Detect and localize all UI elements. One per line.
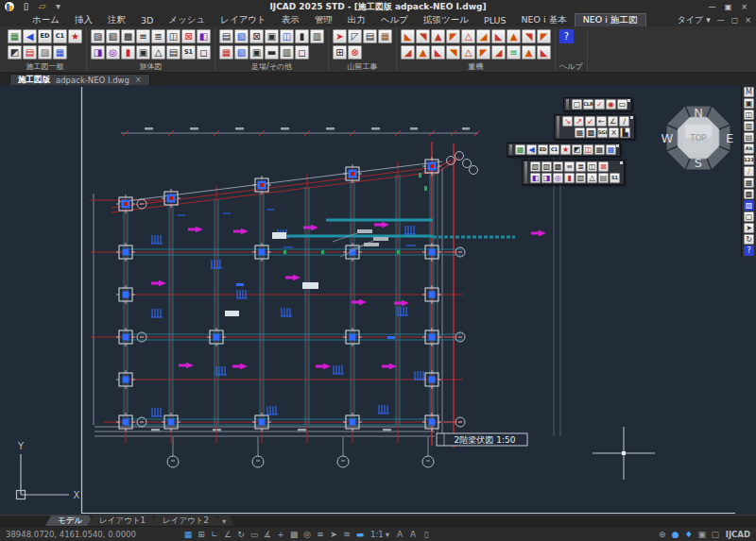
select-icon[interactable]: ➤ <box>744 223 754 233</box>
annotation-visibility-icon[interactable]: A <box>393 528 406 540</box>
doc-restore-button[interactable]: ▢ <box>731 16 739 25</box>
drawing-canvas[interactable]: 2階梁伏図 1:50 TOP N S W E <box>0 85 756 515</box>
viewcube[interactable]: TOP N S W E <box>662 106 734 170</box>
hsteel-icon[interactable]: ⊞ <box>333 45 347 59</box>
marker-icon[interactable]: + <box>274 528 287 540</box>
floating-toolbar-measure[interactable]: ↘↗↙←∠∕▦▩SGI×▙ <box>554 114 635 140</box>
beam-c-icon[interactable]: ◫ <box>587 161 597 172</box>
scaffold3-icon[interactable]: ⊠ <box>249 29 264 43</box>
col-a-icon[interactable]: ◧ <box>530 173 541 183</box>
select-arrow-icon[interactable]: ➤ <box>327 528 340 540</box>
beam-a-icon[interactable]: ≡ <box>564 161 575 172</box>
crane10-icon[interactable]: ◤ <box>537 29 551 43</box>
box-icon[interactable]: ◻ <box>197 45 211 59</box>
toolbar-grip[interactable] <box>566 99 569 110</box>
beam1-icon[interactable]: ≡ <box>136 29 150 43</box>
bar-icon[interactable]: ▬ <box>265 45 279 59</box>
ribbon-tab-9[interactable]: 出力 <box>340 13 373 26</box>
angle-icon[interactable]: ∠ <box>608 116 618 127</box>
clean-screen-icon[interactable]: ▢ <box>709 528 722 540</box>
col-d-icon[interactable]: ▮ <box>564 173 575 183</box>
delete-icon[interactable]: ⊠ <box>598 161 609 172</box>
ribbon-tab-14[interactable]: NEO i 施工図 <box>575 13 646 26</box>
layout-tab-overflow[interactable]: ▾ <box>214 516 234 526</box>
truck2-icon[interactable]: ▲ <box>416 45 430 59</box>
col5-icon[interactable]: ▣ <box>136 45 150 59</box>
ed-icon[interactable]: ED <box>38 29 52 43</box>
grid-green-icon[interactable]: ▦ <box>515 144 525 155</box>
grid2-icon[interactable]: ▩ <box>586 127 596 138</box>
document-tab[interactable]: 施工図版 adpack-NEO I.dwg × <box>9 74 150 85</box>
grid-blue-icon[interactable]: ▦ <box>606 144 616 155</box>
corner-icon[interactable]: ◩ <box>572 144 582 155</box>
ortho-icon[interactable]: ∟ <box>208 528 221 540</box>
truck9-icon[interactable]: ◣ <box>537 45 551 59</box>
hatch-icon[interactable]: ▩ <box>287 528 301 540</box>
tri-icon[interactable]: △ <box>587 173 597 183</box>
toolbar-grip[interactable] <box>557 116 559 138</box>
timber-icon[interactable]: ▦ <box>378 29 392 43</box>
blank-icon[interactable]: ▢ <box>744 211 754 222</box>
ribbon-tab-1[interactable]: ホーム <box>25 13 67 26</box>
hatch2-icon[interactable]: ▧ <box>106 29 120 43</box>
floating-toolbar-general[interactable]: ▦◀EDC1★◩◫▦▦ <box>507 143 621 157</box>
document-tab-close-icon[interactable]: × <box>135 76 142 84</box>
crane3-icon[interactable]: ▲ <box>431 29 445 43</box>
c1-icon[interactable]: C1 <box>53 29 67 43</box>
chart-icon[interactable]: ▨ <box>744 200 754 211</box>
monitor-icon[interactable]: ▭ <box>617 99 627 110</box>
otrack-icon[interactable]: ↻ <box>234 528 248 540</box>
grid1-icon[interactable]: ▦ <box>575 127 585 138</box>
unlock-icon[interactable]: ● <box>669 528 682 540</box>
scaffold1-icon[interactable]: ▤ <box>219 29 233 43</box>
hatch1-icon[interactable]: ▨ <box>91 29 105 43</box>
col-c-icon[interactable]: ◎ <box>553 173 563 183</box>
grid-icon[interactable]: ⊞ <box>195 528 208 540</box>
bulb-icon[interactable]: ♦ <box>682 528 696 540</box>
ribbon-tab-8[interactable]: 管理 <box>307 13 340 26</box>
panel-icon[interactable]: ▣ <box>249 45 264 59</box>
grid-blue-icon[interactable]: ▦ <box>53 45 67 59</box>
sheet-icon[interactable]: ▢ <box>572 99 582 110</box>
floating-toolbar-annotation[interactable]: ▢CLR✓◉▭ <box>563 97 632 111</box>
mesh-icon[interactable]: ▦ <box>594 144 605 155</box>
wall-icon[interactable]: ▤ <box>363 29 377 43</box>
plan-grid-icon[interactable]: ▦ <box>8 29 22 43</box>
cross-icon[interactable]: × <box>609 127 619 138</box>
corner-icon[interactable]: ◩ <box>8 45 22 59</box>
mesh-icon[interactable]: ▦ <box>219 45 233 59</box>
ribbon-tab-3[interactable]: 注釈 <box>100 13 133 26</box>
numbers-icon[interactable]: 123 <box>744 155 754 165</box>
floating-toolbar-structure[interactable]: ▨▧▩≡≣◫⊠◧◨◎▮▧△▤S1 <box>522 160 625 185</box>
hatch-c-icon[interactable]: ▩ <box>553 161 563 172</box>
ribbon-tab-13[interactable]: NEO i 基本 <box>514 13 575 26</box>
lineweight-icon[interactable]: ≡ <box>314 528 327 540</box>
text-ab-icon[interactable]: Ab <box>744 144 754 154</box>
list-icon[interactable]: ▤ <box>598 173 609 183</box>
cycle-icon[interactable]: ◎ <box>301 528 314 540</box>
brace-icon[interactable]: ◸ <box>348 29 362 43</box>
layout-icon[interactable]: ▣ <box>744 98 754 109</box>
truck3-icon[interactable]: ◣ <box>431 45 445 59</box>
truck6-icon[interactable]: ◤ <box>476 45 490 59</box>
col4-icon[interactable]: ▮ <box>121 45 135 59</box>
arrow-ne-icon[interactable]: ↗ <box>574 116 584 127</box>
scaffold2-icon[interactable]: ▧ <box>234 29 249 43</box>
sgi-icon[interactable]: SGI <box>597 127 608 138</box>
doc-icon[interactable]: ▤ <box>23 45 37 59</box>
col2-icon[interactable]: ◨ <box>91 45 105 59</box>
beam2-icon[interactable]: ≣ <box>151 29 165 43</box>
ribbon-tab-10[interactable]: ヘルプ <box>373 13 416 26</box>
refresh-icon[interactable]: ↻ <box>744 234 754 245</box>
truck8-icon[interactable]: ▲ <box>522 45 536 59</box>
minimize-button[interactable]: — <box>704 3 720 11</box>
scaffold5-icon[interactable]: ◫ <box>280 29 294 43</box>
truck7-icon[interactable]: ◢ <box>491 45 506 59</box>
help2-icon[interactable]: ? <box>744 245 754 256</box>
ribbon-tab-7[interactable]: 表示 <box>274 13 307 26</box>
hatch-b-icon[interactable]: ▧ <box>541 161 552 172</box>
restore-button[interactable]: ▣ <box>720 3 736 11</box>
s1-icon[interactable]: S1 <box>181 45 196 59</box>
polar-icon[interactable]: ∠ <box>221 528 234 540</box>
snap-icon[interactable]: ▦ <box>181 528 195 540</box>
